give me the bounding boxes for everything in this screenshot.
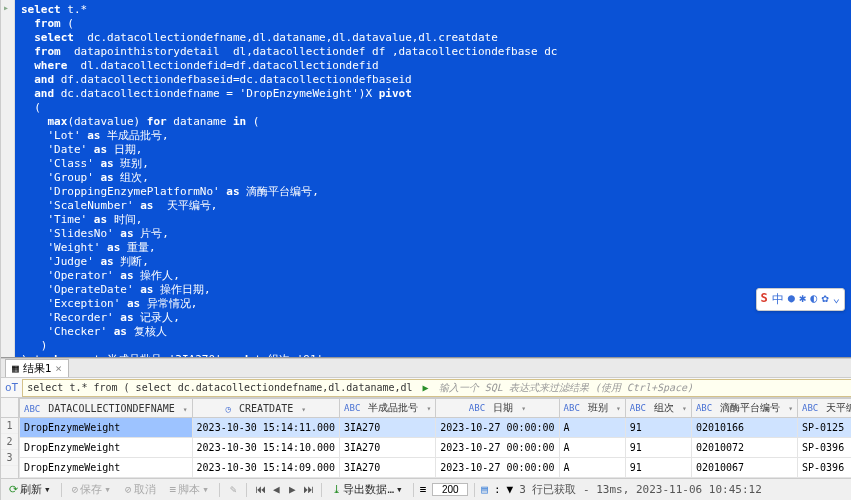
ime-keyboard-icon[interactable]: ◐ [810, 291, 817, 308]
table-cell[interactable]: A [559, 418, 625, 438]
ime-cn-icon[interactable]: 中 [772, 291, 784, 308]
table-cell[interactable]: 2023-10-30 15:14:11.000 [192, 418, 339, 438]
table-cell[interactable]: 02010072 [691, 438, 797, 458]
status-info: 3 行已获取 - 13ms, 2023-11-06 10:45:12 [519, 482, 762, 497]
filter-text: select t.* from ( select dc.datacollecti… [27, 382, 412, 393]
row-num-3[interactable]: 3 [1, 450, 18, 466]
first-icon[interactable]: ⏮ [253, 483, 267, 496]
table-cell[interactable]: A [559, 438, 625, 458]
ime-mic-icon[interactable]: ✱ [799, 291, 806, 308]
sql-badge-icon: oT [5, 381, 18, 394]
results-tabs-bar: ▦ 结果1 × [1, 358, 851, 378]
bookmark-icon: ▸ [3, 2, 9, 13]
column-header[interactable]: ABC 组次 ▾ [625, 399, 691, 418]
ime-skin-icon[interactable]: ✿ [822, 291, 829, 308]
nav-icon-group: ⏮ ◀ ▶ ⏭ [253, 483, 315, 496]
cancel-button: ⊘取消 [121, 481, 160, 498]
line-number-gutter: ▸ [1, 0, 15, 357]
column-header[interactable]: ABC 班别 ▾ [559, 399, 625, 418]
table-cell[interactable]: 2023-10-27 00:00:00 [436, 418, 559, 438]
table-cell[interactable]: 91 [625, 438, 691, 458]
table-cell[interactable]: 91 [625, 418, 691, 438]
edit-button: ✎ [226, 482, 241, 497]
row-number-column: 1 2 3 [1, 398, 19, 478]
save-icon: ⊘ [72, 483, 79, 496]
script-button: ≡脚本▾ [166, 481, 213, 498]
last-icon[interactable]: ⏭ [301, 483, 315, 496]
apply-icon[interactable]: ▶ [423, 382, 429, 393]
column-header[interactable]: ABC DATACOLLECTIONDEFNAME ▾ [20, 399, 193, 418]
chevron-down-icon[interactable]: ▾ [44, 483, 51, 496]
table-row[interactable]: DropEnzymeWeight2023-10-30 15:14:09.0003… [20, 458, 852, 478]
table-cell[interactable]: 02010166 [691, 418, 797, 438]
table-cell[interactable]: DropEnzymeWeight [20, 438, 193, 458]
table-row[interactable]: DropEnzymeWeight2023-10-30 15:14:11.0003… [20, 418, 852, 438]
table-cell[interactable]: SP-0396 [798, 458, 851, 478]
table-cell[interactable]: 02010067 [691, 458, 797, 478]
grid-icon: ▦ [12, 362, 19, 375]
status-bar: ⟳刷新▾ ⊘保存▾ ⊘取消 ≡脚本▾ ✎ ⏮ ◀ ▶ ⏭ ⤓导出数据…▾ ≡ ▤… [1, 478, 851, 500]
row-num-2[interactable]: 2 [1, 434, 18, 450]
sql-editor[interactable]: select t.* from ( select dc.datacollecti… [15, 0, 851, 357]
table-cell[interactable]: 2023-10-27 00:00:00 [436, 438, 559, 458]
result-tab-1[interactable]: ▦ 结果1 × [5, 359, 69, 377]
table-cell[interactable]: 2023-10-30 15:14:09.000 [192, 458, 339, 478]
table-cell[interactable]: DropEnzymeWeight [20, 418, 193, 438]
export-icon: ⤓ [332, 483, 341, 496]
page-size-icon: ≡ [420, 483, 427, 496]
refresh-button[interactable]: ⟳刷新▾ [5, 481, 55, 498]
table-cell[interactable]: A [559, 458, 625, 478]
table-row[interactable]: DropEnzymeWeight2023-10-30 15:14:10.0003… [20, 438, 852, 458]
table-cell[interactable]: 91 [625, 458, 691, 478]
table-cell[interactable]: 2023-10-27 00:00:00 [436, 458, 559, 478]
table-cell[interactable]: 3IA270 [340, 418, 436, 438]
ime-s-icon[interactable]: S [761, 291, 768, 308]
table-cell[interactable]: 2023-10-30 15:14:10.000 [192, 438, 339, 458]
page-size-input[interactable] [432, 483, 468, 496]
table-cell[interactable]: SP-0396 [798, 438, 851, 458]
column-header[interactable]: ABC 半成品批号 ▾ [340, 399, 436, 418]
column-header[interactable]: ABC 日期 ▾ [436, 399, 559, 418]
row-num-1[interactable]: 1 [1, 418, 18, 434]
sql-editor-area: ▸ select t.* from ( select dc.datacollec… [1, 0, 851, 358]
prev-icon[interactable]: ◀ [269, 483, 283, 496]
sql-filter-input[interactable]: select t.* from ( select dc.datacollecti… [22, 379, 851, 397]
refresh-icon: ⟳ [9, 483, 18, 496]
results-grid-wrap: 1 2 3 ABC DATACOLLECTIONDEFNAME ▾◷ CREAT… [1, 398, 851, 478]
close-icon[interactable]: × [55, 362, 62, 375]
table-cell[interactable]: DropEnzymeWeight [20, 458, 193, 478]
rows-icon: ▤ [481, 483, 488, 496]
column-header[interactable]: ABC 天平编号 ▾ [798, 399, 851, 418]
filter-hint: 输入一个 SQL 表达式来过滤结果 (使用 Ctrl+Space) [439, 382, 693, 393]
table-cell[interactable]: 3IA270 [340, 458, 436, 478]
save-button: ⊘保存▾ [68, 481, 115, 498]
filter-status-icon[interactable]: ▼ [507, 483, 514, 496]
export-button[interactable]: ⤓导出数据…▾ [328, 481, 406, 498]
result-tab-label: 结果1 [23, 361, 52, 376]
cancel-icon: ⊘ [125, 483, 132, 496]
script-icon: ≡ [170, 483, 177, 496]
table-cell[interactable]: 3IA270 [340, 438, 436, 458]
filter-row: oT select t.* from ( select dc.datacolle… [1, 378, 851, 398]
results-grid[interactable]: ABC DATACOLLECTIONDEFNAME ▾◷ CREATDATE ▾… [19, 398, 851, 478]
next-icon[interactable]: ▶ [285, 483, 299, 496]
pencil-icon: ✎ [230, 483, 237, 496]
ime-more-icon[interactable]: ⌄ [833, 291, 840, 308]
table-cell[interactable]: SP-0125 [798, 418, 851, 438]
column-header[interactable]: ◷ CREATDATE ▾ [192, 399, 339, 418]
ime-toolbar[interactable]: S 中 ● ✱ ◐ ✿ ⌄ [756, 288, 845, 311]
column-header[interactable]: ABC 滴酶平台编号 ▾ [691, 399, 797, 418]
ime-punct-icon[interactable]: ● [788, 291, 795, 308]
